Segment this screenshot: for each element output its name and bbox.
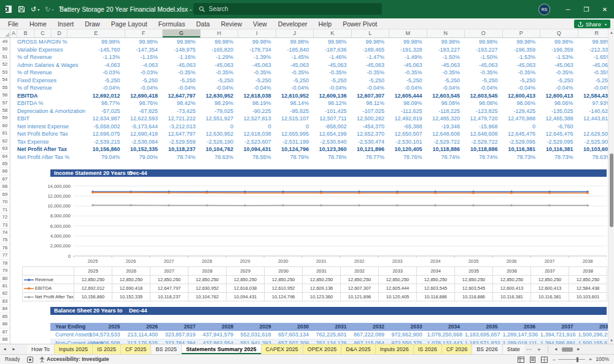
hscroll-right-icon[interactable]: ▸ (574, 344, 583, 354)
ribbon-tab-draw[interactable]: Draw (79, 18, 106, 29)
row-header-83[interactable]: 83 (0, 298, 10, 305)
cell[interactable]: 78.79% (276, 153, 314, 161)
cell[interactable]: -135,025 (540, 107, 578, 115)
row-label[interactable]: EBITDA (10, 92, 68, 100)
row-header-73[interactable]: 73 (0, 222, 10, 229)
cell[interactable]: 12,634,987 (68, 115, 125, 123)
cell[interactable]: 99.98% (163, 38, 201, 46)
cell[interactable]: -0.35% (503, 69, 541, 77)
row-header-49[interactable]: 49 (0, 38, 10, 45)
cell[interactable]: -1.29% (201, 53, 239, 61)
cell[interactable]: 10,116,381 (540, 145, 578, 153)
sheet-tab-bs-2026[interactable]: BS 2026 (472, 344, 503, 354)
cell[interactable]: -67,825 (125, 107, 163, 115)
cell[interactable]: -112,625 (389, 107, 427, 115)
cell[interactable]: 1,394,586,891 (540, 339, 578, 344)
row-label[interactable]: Current Assets (50, 331, 68, 339)
row-header-54[interactable]: 54 (0, 76, 10, 83)
cell[interactable]: -6,760 (540, 123, 578, 131)
column-header-R[interactable]: R (578, 29, 608, 37)
year-cell[interactable]: 2032 (352, 323, 390, 331)
cell[interactable]: -5,250 (238, 77, 276, 85)
sheet-tab-cf-2025[interactable]: CF 2025 (121, 344, 152, 354)
cell[interactable]: 79.00% (125, 153, 163, 161)
tab-overflow-button[interactable]: ⋯ (524, 344, 534, 354)
cell[interactable]: -5,250 (314, 77, 352, 85)
zoom-in-icon[interactable]: ＋ (588, 355, 593, 363)
cell[interactable]: -1.45% (276, 53, 314, 61)
cell[interactable]: -5,250 (163, 77, 201, 85)
cell[interactable]: -0.35% (389, 69, 427, 77)
cell[interactable]: 98.06% (503, 99, 541, 107)
sheet-tab-statements-summary-2025[interactable]: Statements Summary 2025 (182, 344, 262, 354)
row-header-74[interactable]: 74 (0, 229, 10, 236)
cell[interactable]: 78.73% (540, 153, 578, 161)
cell[interactable]: 78.76% (389, 153, 427, 161)
cell[interactable]: 213,176,525 (125, 339, 163, 344)
cell[interactable]: -1.65% (578, 53, 608, 61)
year-cell[interactable]: 2026 (125, 323, 163, 331)
cell[interactable]: -2,523,607 (238, 138, 276, 146)
income-chart[interactable]: 14,000,00012,000,00010,000,0008,000,0006… (22, 178, 607, 299)
ribbon-tab-page-layout[interactable]: Page Layout (106, 18, 153, 29)
cell[interactable]: -0.04% (201, 84, 239, 92)
cell[interactable]: -145,760 (68, 46, 125, 54)
cell[interactable]: -0.03% (125, 69, 163, 77)
cell[interactable]: 12,630,952 (201, 92, 239, 100)
row-header-86[interactable]: 86 (0, 320, 10, 328)
cell[interactable]: -189,465 (352, 46, 390, 54)
cell[interactable]: -196,359 (503, 46, 541, 54)
select-all-corner[interactable] (0, 29, 10, 38)
cell[interactable]: 97.93% (578, 99, 608, 107)
cell[interactable]: 437,941,579 (201, 331, 239, 339)
ribbon-tab-help[interactable]: Help (313, 18, 338, 29)
cell[interactable]: 99.98% (389, 38, 427, 46)
cell[interactable]: -147,354 (125, 46, 163, 54)
cell[interactable]: -1.50% (427, 53, 465, 61)
column-header-N[interactable]: N (427, 29, 465, 37)
row-label[interactable]: Net Interest Expense (10, 123, 68, 131)
row-header-53[interactable]: 53 (0, 69, 10, 76)
ribbon-tab-formulas[interactable]: Formulas (153, 18, 191, 29)
column-header-B[interactable]: B (17, 29, 34, 37)
cell[interactable]: -2,529,095 (540, 138, 578, 146)
cell[interactable]: 12,605,444 (389, 92, 427, 100)
sheet-tab-capex-2025[interactable]: CAPEX 2025 (262, 344, 303, 354)
year-cell[interactable]: 2031 (314, 323, 352, 331)
cell[interactable]: 10,104,762 (201, 145, 239, 153)
cell[interactable]: 213,114,400 (125, 331, 163, 339)
row-header-62[interactable]: 62 (0, 137, 10, 145)
cell[interactable]: -0.04% (389, 84, 427, 92)
cell[interactable]: 0 (276, 123, 314, 131)
cell[interactable]: -5,173,644 (125, 123, 163, 131)
cell[interactable]: 98.09% (389, 99, 427, 107)
ribbon-tab-developer[interactable]: Developer (273, 18, 313, 29)
cell[interactable]: 99.98% (201, 38, 239, 46)
cell[interactable]: 12,648,608 (427, 130, 465, 138)
cell[interactable]: 12,692,012 (68, 92, 125, 100)
cell[interactable]: 99.98% (540, 38, 578, 46)
row-header-55[interactable]: 55 (0, 84, 10, 91)
row-header-63[interactable]: 63 (0, 145, 10, 152)
year-cell[interactable]: 2030 (276, 323, 314, 331)
ribbon-tab-power-pivot[interactable]: Power Pivot (337, 18, 383, 29)
year-cell[interactable]: 2033 (389, 323, 427, 331)
cell[interactable]: 12,648,608 (465, 130, 503, 138)
cell[interactable]: 12,647,797 (163, 130, 201, 138)
cell[interactable]: -45,063 (578, 61, 608, 69)
cell[interactable]: 551,941,393 (238, 339, 276, 344)
column-header-P[interactable]: P (503, 29, 541, 37)
cell[interactable]: 10,156,860 (68, 145, 125, 153)
cell[interactable]: 12,696,075 (68, 130, 125, 138)
cell[interactable]: -187,636 (314, 46, 352, 54)
cell[interactable]: 657,603,134 (276, 331, 314, 339)
cell[interactable]: -95,825 (276, 107, 314, 115)
cell[interactable]: -5,250 (352, 77, 390, 85)
row-header-84[interactable]: 84 (0, 305, 10, 312)
sheet-tab-cf-2026[interactable]: CF 2026 (442, 344, 473, 354)
cell[interactable]: 78.63% (578, 153, 608, 161)
new-sheet-button[interactable]: ＋ (534, 344, 544, 354)
cell[interactable]: -858,002 (314, 123, 352, 131)
zoom-track[interactable] (558, 359, 585, 360)
cell[interactable]: -140,625 (578, 107, 608, 115)
